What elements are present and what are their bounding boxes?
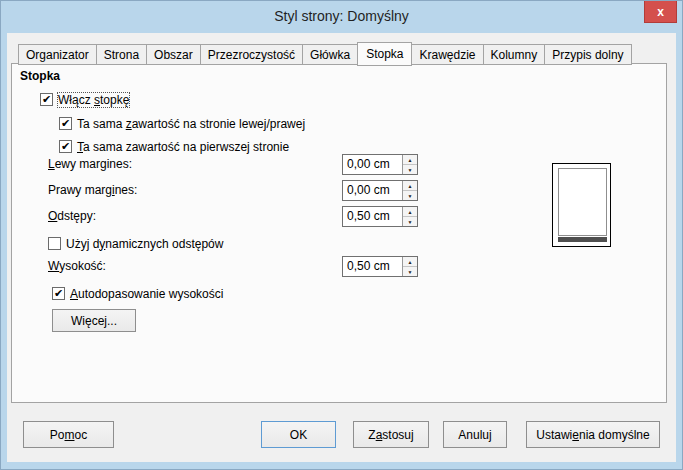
page-preview-footer-bar (558, 237, 607, 242)
spacing-value[interactable]: 0,50 cm (343, 207, 402, 226)
tab-kolumny[interactable]: Kolumny (483, 44, 546, 65)
footer-tab-page: Stopka ✔ Włącz stopkę ✔ Ta sama zawartoś… (11, 63, 667, 403)
spin-down-icon[interactable]: ▼ (403, 217, 417, 226)
spin-up-icon[interactable]: ▲ (403, 207, 417, 217)
spin-down-icon[interactable]: ▼ (403, 165, 417, 174)
spin-up-icon[interactable]: ▲ (403, 257, 417, 267)
right-margin-value[interactable]: 0,00 cm (343, 181, 402, 200)
check-icon: ✔ (42, 94, 51, 105)
dialog-body: Organizator Strona Obszar Przezroczystoś… (7, 33, 676, 462)
titlebar[interactable]: Styl strony: Domyślny (1, 1, 682, 33)
tab-stopka[interactable]: Stopka (357, 42, 412, 66)
left-margin-spinfield[interactable]: 0,00 cm ▲ ▼ (342, 154, 418, 175)
height-label: Wysokość: (48, 259, 106, 273)
checkbox-label: Użyj dynamicznych odstępów (66, 237, 223, 251)
right-margin-spinfield[interactable]: 0,00 cm ▲ ▼ (342, 180, 418, 201)
page-preview-body (558, 168, 607, 236)
spin-down-icon[interactable]: ▼ (403, 267, 417, 276)
checkbox-same-content-first-page[interactable]: ✔ Ta sama zawartość na pierwszej stronie (59, 139, 289, 154)
spin-buttons: ▲ ▼ (402, 155, 417, 174)
page-preview (552, 163, 611, 247)
tab-przypis-dolny[interactable]: Przypis dolny (544, 44, 631, 65)
tab-obszar[interactable]: Obszar (146, 44, 201, 65)
checkbox-box[interactable]: ✔ (52, 287, 65, 300)
checkbox-label: Ta sama zawartość na stronie lewej/prawe… (77, 117, 305, 131)
checkbox-box[interactable]: ✔ (59, 140, 72, 153)
left-margin-value[interactable]: 0,00 cm (343, 155, 402, 174)
page-style-dialog: Styl strony: Domyślny x Organizator Stro… (0, 0, 683, 470)
spin-buttons: ▲ ▼ (402, 181, 417, 200)
spin-buttons: ▲ ▼ (402, 207, 417, 226)
height-value[interactable]: 0,50 cm (343, 257, 402, 276)
check-icon: ✔ (54, 288, 63, 299)
tab-przezroczystosc[interactable]: Przezroczystość (200, 44, 303, 65)
checkbox-box[interactable]: ✔ (59, 117, 72, 130)
tab-bar: Organizator Strona Obszar Przezroczystoś… (18, 42, 631, 65)
tab-glowka[interactable]: Główka (302, 44, 358, 65)
tab-organizator[interactable]: Organizator (18, 44, 97, 65)
spin-down-icon[interactable]: ▼ (403, 191, 417, 200)
checkbox-label: Włącz stopkę (58, 93, 129, 107)
spin-buttons: ▲ ▼ (402, 257, 417, 276)
cancel-button[interactable]: Anuluj (443, 421, 507, 448)
checkbox-box[interactable]: ✔ (40, 93, 53, 106)
window-title: Styl strony: Domyślny (274, 8, 409, 24)
more-button[interactable]: Więcej... (52, 309, 136, 332)
ok-button[interactable]: OK (261, 421, 336, 448)
tab-krawedzie[interactable]: Krawędzie (411, 44, 483, 65)
checkbox-box[interactable] (48, 237, 61, 250)
check-icon: ✔ (61, 141, 70, 152)
spacing-label: Odstępy: (48, 209, 96, 223)
spin-up-icon[interactable]: ▲ (403, 181, 417, 191)
reset-defaults-button[interactable]: Ustawienia domyślne (526, 421, 660, 448)
height-spinfield[interactable]: 0,50 cm ▲ ▼ (342, 256, 418, 277)
checkbox-enable-footer[interactable]: ✔ Włącz stopkę (40, 92, 129, 107)
help-button[interactable]: Pomoc (23, 421, 114, 448)
close-icon: x (657, 5, 664, 19)
spin-up-icon[interactable]: ▲ (403, 155, 417, 165)
left-margin-label: Lewy margines: (48, 157, 132, 171)
check-icon: ✔ (61, 118, 70, 129)
tab-strona[interactable]: Strona (96, 44, 147, 65)
checkbox-same-content-left-right[interactable]: ✔ Ta sama zawartość na stronie lewej/pra… (59, 116, 305, 131)
right-margin-label: Prawy margines: (48, 183, 137, 197)
checkbox-dynamic-spacing[interactable]: Użyj dynamicznych odstępów (48, 236, 223, 251)
apply-button[interactable]: Zastosuj (353, 421, 429, 448)
checkbox-autofit-height[interactable]: ✔ Autodopasowanie wysokości (52, 286, 223, 301)
spacing-spinfield[interactable]: 0,50 cm ▲ ▼ (342, 206, 418, 227)
close-button[interactable]: x (644, 1, 677, 23)
checkbox-label: Ta sama zawartość na pierwszej stronie (77, 140, 289, 154)
checkbox-label: Autodopasowanie wysokości (70, 287, 223, 301)
section-heading: Stopka (20, 69, 60, 83)
